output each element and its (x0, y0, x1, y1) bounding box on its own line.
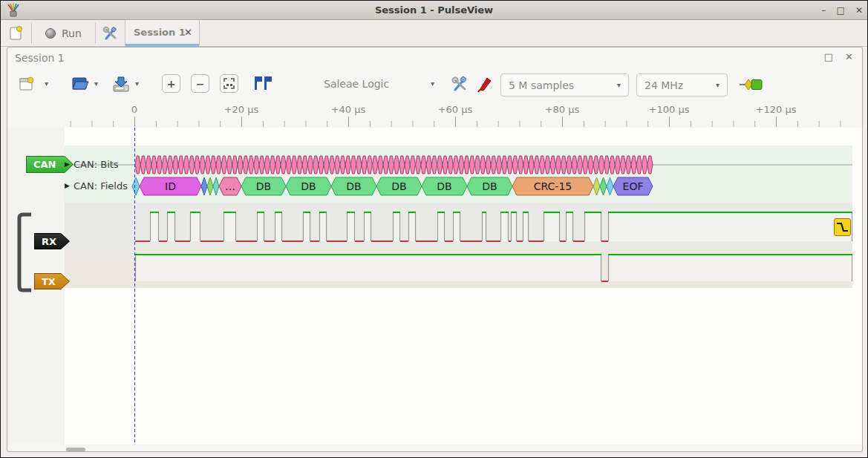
can-bit-annotation[interactable] (496, 156, 501, 174)
can-bit-annotation[interactable] (297, 156, 302, 174)
can-bit-annotation[interactable] (610, 156, 615, 174)
can-bit-annotation[interactable] (183, 156, 189, 174)
can-bit-annotation[interactable] (555, 156, 561, 174)
run-button[interactable]: Run (39, 23, 88, 44)
can-bit-annotation[interactable] (329, 156, 334, 174)
new-view-button[interactable] (19, 76, 35, 92)
save-file-button[interactable] (111, 75, 131, 92)
trigger-flags-button[interactable] (254, 76, 273, 91)
can-bit-annotation[interactable] (394, 156, 399, 174)
can-bit-annotation[interactable] (345, 156, 350, 174)
can-bit-annotation[interactable] (561, 156, 567, 174)
can-bit-annotation[interactable] (545, 156, 550, 174)
can-bit-annotation[interactable] (626, 156, 631, 174)
can-bit-annotation[interactable] (157, 156, 162, 174)
can-bit-annotation[interactable] (307, 156, 313, 174)
can-bit-annotation[interactable] (567, 156, 572, 174)
new-session-button[interactable] (7, 24, 26, 43)
can-bit-annotation[interactable] (426, 156, 431, 174)
can-bit-annotation[interactable] (226, 156, 232, 174)
can-bit-annotation[interactable] (319, 156, 324, 174)
can-bit-annotation[interactable] (146, 156, 151, 174)
can-bit-annotation[interactable] (577, 156, 582, 174)
can-bit-annotation[interactable] (410, 156, 415, 174)
can-field-annotation[interactable] (207, 177, 213, 195)
can-field-annotation[interactable] (213, 177, 219, 195)
waveform-canvas[interactable]: ID…DBDBDBDBDBDBCRC-15EOF (7, 128, 862, 445)
channel-group-bracket[interactable] (19, 215, 31, 290)
expander-icon[interactable]: ▶ (65, 160, 70, 168)
save-file-dropdown[interactable]: ▾ (135, 79, 139, 88)
sample-rate-combobox[interactable]: 24 MHz ▾ (636, 73, 728, 96)
can-bit-annotation[interactable] (593, 156, 598, 174)
can-bit-annotation[interactable] (383, 156, 388, 174)
dock-close-button[interactable]: ✕ (845, 52, 853, 62)
can-bit-annotation[interactable] (367, 156, 372, 174)
sample-count-combobox[interactable]: 5 M samples ▾ (500, 73, 629, 96)
can-bit-annotation[interactable] (200, 156, 205, 174)
can-bit-annotation[interactable] (631, 156, 636, 174)
can-bit-annotation[interactable] (259, 156, 264, 174)
time-ruler[interactable]: 0+20 µs+40 µs+60 µs+80 µs+100 µs+120 µs (7, 102, 862, 128)
can-bit-annotation[interactable] (205, 156, 210, 174)
can-bit-annotation[interactable] (135, 156, 140, 174)
can-bit-annotation[interactable] (459, 156, 464, 174)
tab-close-icon[interactable]: ✕ (184, 27, 192, 38)
channels-button[interactable] (477, 75, 495, 93)
can-bit-annotation[interactable] (443, 156, 448, 174)
can-bit-annotation[interactable] (313, 156, 319, 174)
can-bit-annotation[interactable] (502, 156, 507, 174)
minimize-button[interactable]: – (822, 6, 826, 15)
can-bit-annotation[interactable] (534, 156, 539, 174)
trace-view[interactable]: ID…DBDBDBDBDBDBCRC-15EOF CAN ▶ CAN: Bits… (7, 128, 862, 445)
close-button[interactable]: ✕ (855, 6, 863, 15)
can-bit-annotation[interactable] (356, 156, 362, 174)
device-dropdown[interactable]: ▾ (431, 79, 434, 88)
can-bit-annotation[interactable] (302, 156, 307, 174)
channel-tag-rx[interactable]: RX (34, 233, 70, 249)
can-bit-annotation[interactable] (399, 156, 405, 174)
can-bit-annotation[interactable] (281, 156, 286, 174)
can-bit-annotation[interactable] (248, 156, 253, 174)
can-bit-annotation[interactable] (588, 156, 593, 174)
can-bit-annotation[interactable] (604, 156, 610, 174)
can-field-annotation[interactable] (593, 177, 600, 195)
zoom-fit-button[interactable] (220, 74, 238, 93)
can-bit-annotation[interactable] (270, 156, 275, 174)
settings-button[interactable] (101, 24, 120, 43)
can-bit-annotation[interactable] (474, 156, 480, 174)
maximize-button[interactable]: □ (837, 6, 845, 15)
can-bit-annotation[interactable] (540, 156, 545, 174)
configure-device-button[interactable] (451, 75, 469, 93)
can-bit-annotation[interactable] (178, 156, 183, 174)
add-decoder-button[interactable] (740, 78, 763, 91)
can-bit-annotation[interactable] (324, 156, 329, 174)
can-bit-annotation[interactable] (636, 156, 642, 174)
can-bit-annotation[interactable] (431, 156, 437, 174)
can-bit-annotation[interactable] (480, 156, 486, 174)
can-bit-annotation[interactable] (254, 156, 259, 174)
can-field-annotation[interactable] (201, 177, 207, 195)
can-bit-annotation[interactable] (615, 156, 620, 174)
can-bit-annotation[interactable] (275, 156, 281, 174)
can-bit-annotation[interactable] (464, 156, 469, 174)
can-bit-annotation[interactable] (264, 156, 270, 174)
can-bit-annotation[interactable] (238, 156, 243, 174)
can-bit-annotation[interactable] (372, 156, 377, 174)
can-bit-annotation[interactable] (620, 156, 625, 174)
can-bit-annotation[interactable] (448, 156, 453, 174)
can-bit-annotation[interactable] (292, 156, 297, 174)
can-bit-annotation[interactable] (469, 156, 474, 174)
can-bit-annotation[interactable] (162, 156, 167, 174)
can-bit-annotation[interactable] (216, 156, 221, 174)
can-bit-annotation[interactable] (151, 156, 157, 174)
can-bit-annotation[interactable] (507, 156, 512, 174)
tab-session-1[interactable]: Session 1 ✕ (125, 20, 200, 47)
can-bit-annotation[interactable] (335, 156, 340, 174)
zoom-in-button[interactable]: + (162, 74, 180, 93)
can-bit-annotation[interactable] (572, 156, 577, 174)
device-selector[interactable]: Saleae Logic (324, 78, 389, 90)
can-bit-annotation[interactable] (350, 156, 356, 174)
can-bit-annotation[interactable] (512, 156, 518, 174)
zoom-out-button[interactable]: − (191, 74, 209, 93)
